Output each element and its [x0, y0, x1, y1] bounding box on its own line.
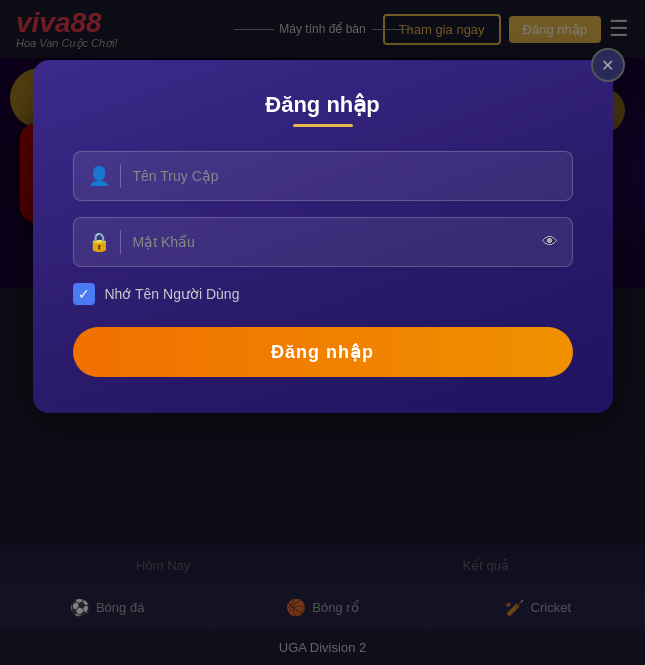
remember-row: ✓ Nhớ Tên Người Dùng	[73, 283, 573, 305]
username-input[interactable]	[133, 168, 558, 184]
user-icon: 👤	[88, 165, 110, 187]
remember-checkbox[interactable]: ✓	[73, 283, 95, 305]
close-icon: ✕	[601, 56, 614, 75]
input-divider-1	[120, 164, 121, 188]
modal-overlay: ✕ Đăng nhập 👤 🔒 👁 ✓ Nhớ Tên Người Dùng Đ…	[0, 0, 645, 665]
checkbox-check: ✓	[78, 286, 90, 302]
input-divider-2	[120, 230, 121, 254]
remember-label: Nhớ Tên Người Dùng	[105, 286, 240, 302]
username-input-group: 👤	[73, 151, 573, 201]
toggle-password-icon[interactable]: 👁	[542, 233, 558, 251]
modal-title-underline	[293, 124, 353, 127]
password-input-group: 🔒 👁	[73, 217, 573, 267]
login-modal: ✕ Đăng nhập 👤 🔒 👁 ✓ Nhớ Tên Người Dùng Đ…	[33, 60, 613, 413]
modal-title: Đăng nhập	[73, 92, 573, 118]
login-submit-button[interactable]: Đăng nhập	[73, 327, 573, 377]
modal-close-button[interactable]: ✕	[591, 48, 625, 82]
password-input[interactable]	[133, 234, 542, 250]
lock-icon: 🔒	[88, 231, 110, 253]
